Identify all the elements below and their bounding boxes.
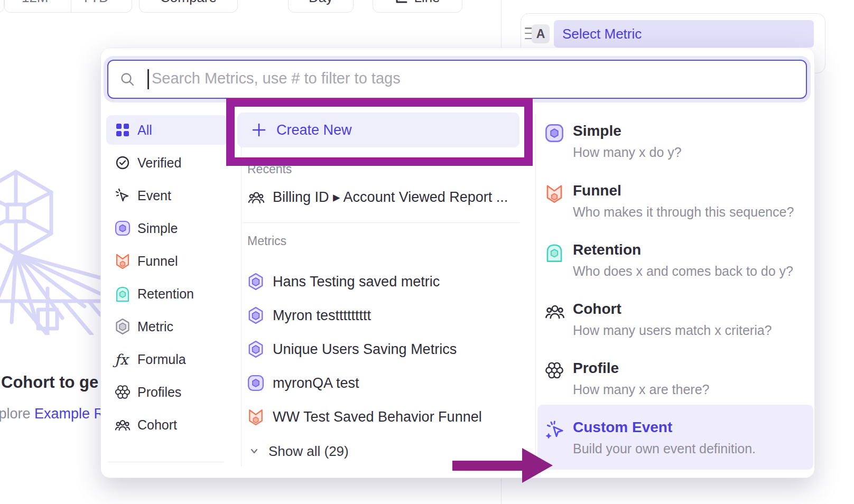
funnel-icon (545, 183, 564, 203)
cohort-people-icon (247, 189, 265, 205)
empty-state-headline: Cohort to ge (1, 373, 98, 392)
types-separator (535, 115, 536, 466)
chart-type-line-button[interactable]: Line (373, 0, 462, 13)
type-option-custom-event[interactable]: Custom Event Build your own event defini… (537, 405, 813, 470)
chevron-down-icon (249, 446, 259, 456)
series-badge: A (532, 24, 550, 43)
funnel-icon (115, 253, 131, 269)
example-reports-link[interactable]: Example R (34, 406, 104, 422)
type-option-cohort[interactable]: Cohort How many users match x criteria? (537, 301, 813, 343)
retention-icon (545, 242, 564, 263)
sidebar-item-retention[interactable]: Retention (106, 279, 228, 309)
type-option-profile[interactable]: Profile How many x are there? (537, 360, 813, 402)
metric-list-item[interactable]: Myron testtttttttt (247, 299, 522, 332)
recent-item[interactable]: Billing ID ▸ Account Viewed Report ... (247, 184, 508, 210)
metric-list-item[interactable]: WW Test Saved Behavior Funnel (247, 400, 522, 433)
date-range-segmented-control: 12M YTD (4, 0, 132, 13)
type-option-simple[interactable]: Simple How many x do y? (537, 123, 813, 165)
metrics-divider (243, 222, 519, 223)
sidebar-item-cohort[interactable]: Cohort (106, 410, 228, 440)
sidebar-item-simple[interactable]: Simple (106, 213, 228, 243)
select-metric-button[interactable]: Select Metric (554, 20, 814, 48)
sidebar-divider (108, 462, 224, 462)
cohort-people-icon (115, 416, 131, 433)
sidebar-item-profiles[interactable]: Profiles (106, 377, 228, 407)
simple-metric-icon (247, 375, 264, 391)
annotation-highlight-box (226, 98, 533, 166)
sidebar-item-verified[interactable]: Verified (106, 148, 228, 178)
type-option-retention[interactable]: Retention Who does x and comes back to d… (537, 241, 813, 284)
sidebar-item-metric[interactable]: Metric (106, 312, 228, 341)
range-12m-button[interactable]: 12M (5, 0, 66, 12)
type-option-funnel[interactable]: Funnel Who makes it through this sequenc… (537, 182, 813, 225)
cohort-people-icon (545, 302, 565, 321)
toolbar-edge-button[interactable] (0, 0, 4, 13)
custom-event-icon (545, 420, 565, 440)
line-chart-icon (395, 0, 409, 4)
sidebar-separator (241, 115, 242, 466)
saved-metric-icon (247, 306, 264, 324)
search-placeholder: Search Metrics, use # to filter to tags (152, 70, 401, 87)
granularity-day-button[interactable]: Day (288, 0, 354, 13)
sidebar-item-formula[interactable]: ƒx Formula (106, 344, 228, 374)
chevron-down-icon (113, 0, 122, 2)
event-cursor-icon (115, 187, 131, 204)
compare-button[interactable]: Compare (139, 0, 238, 13)
saved-metric-icon (247, 340, 264, 358)
verified-badge-icon (115, 154, 131, 171)
range-ytd-button[interactable]: YTD (71, 0, 132, 12)
search-input[interactable]: Search Metrics, use # to filter to tags (107, 60, 807, 99)
formula-icon: ƒx (115, 351, 131, 368)
metric-list-item[interactable]: Hans Testing saved metric (247, 265, 522, 298)
sidebar-item-all[interactable]: All (106, 115, 228, 145)
search-icon (120, 72, 135, 87)
profiles-cluster-icon (115, 384, 131, 400)
explore-text: xplore (0, 406, 34, 422)
simple-metric-icon (115, 220, 131, 237)
saved-metric-icon (247, 273, 264, 291)
sidebar-item-tags[interactable]: Tags (106, 470, 228, 478)
metrics-section-label: Metrics (247, 234, 286, 248)
metric-list-item[interactable]: Unique Users Saving Metrics (247, 333, 522, 366)
annotation-arrow (452, 461, 524, 471)
empty-state-subline: xplore Example R (0, 406, 104, 422)
funnel-icon (247, 408, 264, 426)
sidebar-item-event[interactable]: Event (106, 181, 228, 210)
metric-list-item[interactable]: myronQA test (247, 367, 522, 399)
tag-icon (115, 476, 131, 478)
text-caret (147, 69, 149, 89)
metric-hexagon-icon (115, 318, 131, 335)
app-root: Cohort to ge xplore Example R 12M YTD Co… (0, 0, 854, 504)
show-all-button[interactable]: Show all (29) (249, 439, 349, 463)
sidebar-item-funnel[interactable]: Funnel (106, 246, 228, 276)
retention-icon (115, 285, 131, 302)
grid-icon (115, 122, 131, 138)
empty-state-illustration (0, 168, 100, 335)
profiles-cluster-icon (545, 361, 564, 380)
simple-metric-icon (545, 124, 564, 143)
annotation-arrow-head (522, 448, 553, 483)
